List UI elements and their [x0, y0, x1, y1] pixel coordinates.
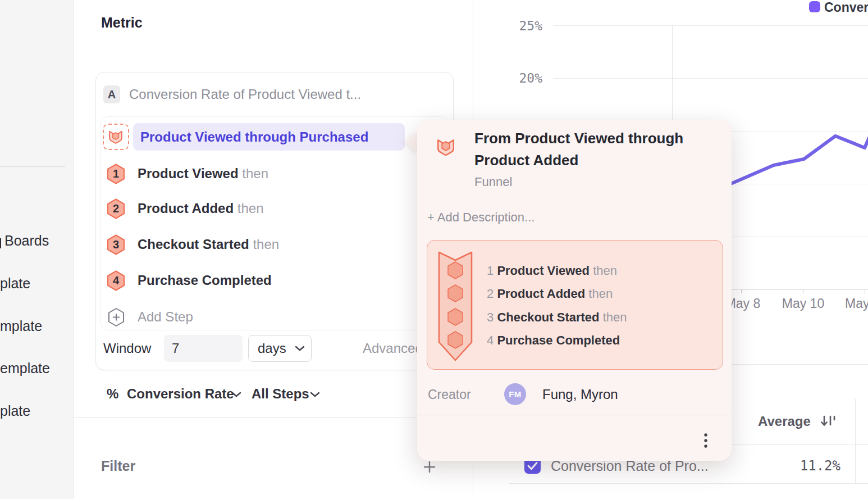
step-row-1[interactable]: Product Viewed then — [138, 165, 268, 183]
step-then-label: then — [242, 166, 268, 181]
series-badge: A — [103, 85, 120, 103]
advanced-link[interactable]: Advanced — [363, 341, 423, 356]
metric-details-popover: From Product Viewed through Product Adde… — [417, 120, 732, 461]
legend-label[interactable]: Conver — [824, 0, 868, 15]
metric-section-heading: Metric — [101, 15, 143, 31]
step-name: Purchase Completed — [138, 273, 272, 288]
step-name: Product Viewed — [138, 166, 239, 181]
funnel-ribbon-icon — [437, 249, 474, 364]
popover-step-number: 3 — [487, 310, 494, 324]
sidebar-divider — [0, 166, 65, 167]
creator-label: Creator — [428, 387, 471, 402]
window-label: Window — [103, 341, 151, 356]
x-tick-mark — [741, 289, 742, 293]
step-then-label: then — [237, 201, 264, 216]
popover-step-name: Product Viewed — [497, 264, 590, 278]
window-value-input[interactable] — [164, 335, 243, 362]
sidebar-item-template-1[interactable]: plate — [0, 275, 30, 292]
step-number: 2 — [107, 198, 125, 219]
step-row-2[interactable]: Product Added then — [138, 199, 264, 217]
step-badge-1: 1 — [107, 164, 125, 184]
filter-heading: Filter — [101, 458, 135, 474]
chevron-down-icon[interactable] — [231, 391, 241, 398]
popover-type-label: Funnel — [474, 175, 512, 189]
popover-step-row-4: 4 Purchase Completed — [487, 333, 620, 348]
step-name: Checkout Started — [138, 237, 249, 252]
step-row-4[interactable]: Purchase Completed — [138, 271, 272, 289]
table-row-value: 11.2% — [747, 458, 840, 474]
y-tick-20: 20% — [494, 71, 542, 85]
metric-card: A Conversion Rate of Product Viewed t...… — [95, 72, 454, 370]
window-unit-select[interactable]: days — [248, 335, 312, 362]
popover-step-row-3: 3 Checkout Started then — [487, 310, 627, 325]
metric-title[interactable]: Conversion Rate of Product Viewed t... — [129, 87, 361, 102]
popover-step-name: Product Added — [497, 287, 585, 301]
step-badge-2: 2 — [107, 198, 125, 219]
legend-swatch[interactable] — [809, 1, 820, 12]
kebab-menu-icon[interactable] — [703, 432, 709, 450]
sidebar-item-template-4[interactable]: plate — [0, 403, 30, 419]
y-tick-25: 25% — [494, 19, 542, 33]
measure-scope-dropdown[interactable]: All Steps — [252, 385, 309, 402]
gridline-20 — [553, 78, 868, 79]
app-screen: Boards plate mplate emplate plate Metric… — [0, 0, 868, 499]
sidebar: Boards plate mplate emplate plate — [0, 0, 74, 499]
creator-avatar: FM — [504, 383, 526, 405]
sidebar-item-template-3[interactable]: emplate — [0, 360, 50, 376]
sidebar-item-template-2[interactable]: mplate — [0, 318, 42, 334]
step-number: 4 — [107, 270, 125, 291]
sidebar-item-icon-fragment — [0, 238, 1, 248]
step-row-3[interactable]: Checkout Started then — [138, 235, 279, 253]
step-name: Product Added — [138, 201, 234, 216]
x-tick-mark — [803, 289, 803, 293]
step-number: 3 — [107, 234, 125, 255]
step-badge-3: 3 — [107, 234, 125, 255]
table-row-divider — [509, 483, 868, 484]
popover-step-number: 2 — [487, 287, 494, 301]
funnel-icon — [435, 136, 456, 157]
funnel-icon — [107, 128, 124, 145]
selected-step-pill[interactable]: Product Viewed through Purchased — [133, 123, 405, 151]
x-label-may10: May 10 — [776, 296, 830, 311]
step-badge-4: 4 — [107, 270, 125, 291]
step-number: 1 — [107, 164, 125, 184]
creator-name: Fung, Myron — [542, 387, 618, 402]
popover-step-name: Checkout Started — [497, 310, 599, 324]
gridline-25 — [553, 25, 868, 26]
popover-step-number: 4 — [487, 333, 494, 347]
measure-percent-icon: % — [107, 385, 118, 402]
popover-footer-divider — [417, 415, 732, 415]
chevron-down-icon[interactable] — [310, 391, 320, 398]
selected-funnel-icon[interactable] — [103, 124, 129, 150]
popover-step-name: Purchase Completed — [497, 333, 620, 347]
popover-arrow — [405, 131, 418, 153]
table-average-header[interactable]: Average — [758, 414, 811, 429]
table-column-divider — [855, 399, 856, 483]
add-description-button[interactable]: + Add Description... — [427, 210, 534, 225]
x-label-may12: May 12 — [845, 296, 868, 311]
add-step-button[interactable]: Add Step — [138, 308, 193, 326]
sidebar-item-boards[interactable]: Boards — [4, 233, 49, 249]
add-step-icon[interactable] — [107, 307, 125, 327]
popover-step-row-1: 1 Product Viewed then — [487, 263, 617, 279]
sort-descending-icon[interactable] — [821, 414, 838, 429]
popover-step-then: then — [588, 287, 613, 301]
popover-step-number: 1 — [487, 264, 494, 278]
measure-type-dropdown[interactable]: Conversion Rate — [127, 385, 234, 402]
popover-step-row-2: 2 Product Added then — [487, 286, 613, 302]
popover-title: From Product Viewed through Product Adde… — [474, 128, 695, 171]
section-divider — [74, 417, 473, 418]
add-filter-plus-icon[interactable] — [423, 460, 436, 474]
chevron-down-icon — [295, 345, 305, 352]
step-then-label: then — [253, 237, 279, 252]
popover-step-then: then — [603, 310, 627, 324]
popover-steps-box: 1 Product Viewed then 2 Product Added th… — [427, 240, 723, 370]
popover-step-then: then — [593, 264, 617, 278]
x-tick-mark — [865, 289, 865, 293]
window-unit-value: days — [258, 335, 286, 361]
selected-step-label: Product Viewed through Purchased — [140, 123, 368, 151]
